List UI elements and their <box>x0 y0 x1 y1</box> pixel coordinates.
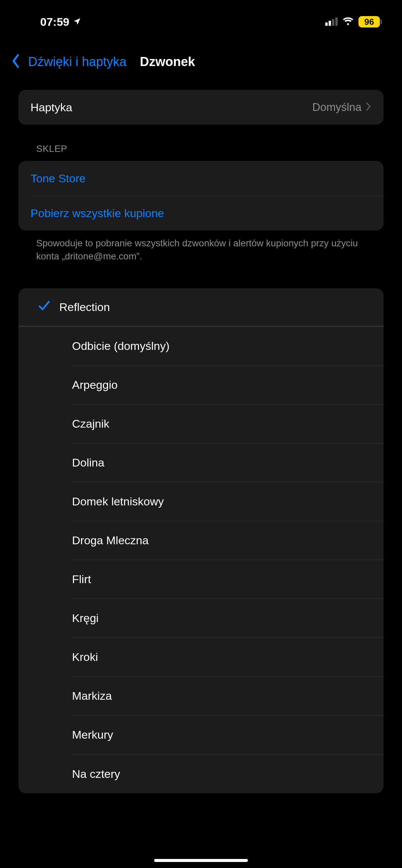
ringtone-item[interactable]: Na cztery <box>72 754 383 793</box>
ringtone-label: Flirt <box>72 573 91 586</box>
back-label[interactable]: Dźwięki i haptyka <box>28 55 127 69</box>
ringtone-item[interactable]: Odbicie (domyślny) <box>72 327 383 366</box>
status-time: 07:59 <box>40 16 69 29</box>
ringtone-item[interactable]: Dolina <box>72 443 383 482</box>
ringtone-label: Arpeggio <box>72 378 118 392</box>
page-title: Dzwonek <box>140 55 195 69</box>
download-all-label: Pobierz wszystkie kupione <box>31 207 371 220</box>
ringtone-item[interactable]: Czajnik <box>72 404 383 443</box>
tone-store-label: Tone Store <box>31 172 371 185</box>
ringtone-label: Odbicie (domyślny) <box>72 340 169 352</box>
home-indicator[interactable] <box>154 859 248 862</box>
ringtone-item[interactable]: Flirt <box>72 560 383 599</box>
location-icon <box>73 16 81 29</box>
chevron-right-icon <box>366 101 371 114</box>
back-button[interactable] <box>10 54 22 70</box>
store-footer: Spowoduje to pobranie wszystkich dzwonkó… <box>36 237 372 263</box>
ringtone-item[interactable]: Domek letniskowy <box>72 482 383 521</box>
haptics-value: Domyślna <box>312 101 362 114</box>
ringtone-item[interactable]: Markiza <box>72 677 383 715</box>
ringtone-label: Merkury <box>72 728 113 741</box>
tone-store-row[interactable]: Tone Store <box>19 161 383 196</box>
ringtone-label: Na cztery <box>72 768 120 780</box>
ringtone-item[interactable]: Kręgi <box>72 599 383 638</box>
ringtone-label: Domek letniskowy <box>72 495 164 508</box>
ringtone-label: Czajnik <box>72 417 109 430</box>
ringtone-item[interactable]: Kroki <box>72 638 383 677</box>
status-left: 07:59 <box>40 16 81 29</box>
ringtone-selected-row[interactable]: Reflection <box>19 288 383 326</box>
ringtone-item[interactable]: Merkury <box>72 715 383 754</box>
ringtone-label: Dolina <box>72 456 104 469</box>
status-right: 96 <box>325 16 382 28</box>
status-bar: 07:59 96 <box>0 0 402 33</box>
ringtone-label: Kręgi <box>72 612 99 625</box>
haptics-group: Haptyka Domyślna <box>19 90 383 125</box>
nav-header: Dźwięki i haptyka Dzwonek <box>0 33 402 83</box>
ringtone-label: Kroki <box>72 651 98 663</box>
haptics-label: Haptyka <box>31 101 312 114</box>
store-header: SKLEP <box>36 144 402 154</box>
checkmark-icon <box>37 299 51 315</box>
cellular-icon <box>325 18 338 26</box>
download-all-row[interactable]: Pobierz wszystkie kupione <box>31 196 383 230</box>
store-group: Tone Store Pobierz wszystkie kupione <box>19 161 383 230</box>
ringtone-label: Markiza <box>72 689 112 703</box>
ringtone-item[interactable]: Arpeggio <box>72 366 383 404</box>
haptics-row[interactable]: Haptyka Domyślna <box>19 90 383 125</box>
ringtone-group: Reflection Odbicie (domyślny) Arpeggio C… <box>19 288 383 793</box>
battery-indicator: 96 <box>359 16 382 28</box>
ringtone-selected-label: Reflection <box>59 301 110 314</box>
ringtone-item[interactable]: Droga Mleczna <box>72 521 383 560</box>
battery-level: 96 <box>359 16 380 28</box>
ringtone-label: Droga Mleczna <box>72 534 149 547</box>
wifi-icon <box>342 17 354 27</box>
